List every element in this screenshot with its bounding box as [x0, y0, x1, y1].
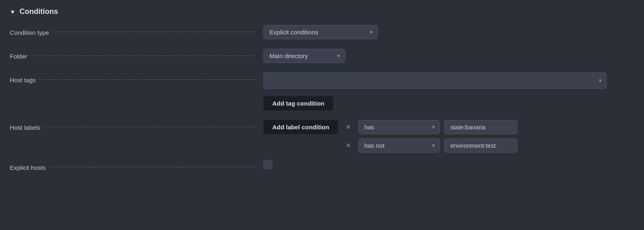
label-value-2: environment:test [444, 138, 518, 153]
condition-type-control: Explicit conditions All hosts Host tags … [263, 25, 634, 39]
collapse-icon[interactable]: ▼ [10, 9, 16, 15]
remove-condition-2-button[interactable]: ✕ [342, 140, 354, 151]
explicit-hosts-control [263, 160, 634, 169]
host-labels-row: Host labels Add label condition ✕ has ha… [10, 120, 634, 153]
label-conditions-list: ✕ has has not ▼ state:bavaria ✕ [342, 120, 518, 153]
condition-type-row: Condition type Explicit conditions All h… [10, 25, 634, 41]
conditions-panel: ▼ Conditions Condition type Explicit con… [0, 0, 644, 196]
host-labels-control: Add label condition ✕ has has not ▼ stat… [263, 120, 634, 153]
folder-control: Main directory subfolder1 subfolder2 ▼ [263, 49, 634, 63]
folder-row: Folder Main directory subfolder1 subfold… [10, 49, 634, 65]
host-tags-select-wrapper: ▼ [263, 72, 607, 89]
operator-1-select[interactable]: has has not [358, 120, 440, 134]
condition-type-select[interactable]: Explicit conditions All hosts Host tags [263, 25, 378, 39]
host-tags-select[interactable] [263, 72, 607, 89]
operator-1-select-wrapper: has has not ▼ [358, 120, 440, 134]
condition-type-select-wrapper: Explicit conditions All hosts Host tags … [263, 25, 378, 39]
panel-header: ▼ Conditions [10, 7, 634, 16]
add-label-condition-button[interactable]: Add label condition [263, 120, 338, 134]
host-tags-control: ▼ [263, 72, 634, 89]
condition-type-label: Condition type [10, 25, 263, 36]
panel-title: Conditions [20, 7, 58, 16]
remove-condition-1-button[interactable]: ✕ [342, 122, 354, 133]
explicit-hosts-label: Explicit hosts [10, 160, 263, 171]
host-tags-label: Host tags [10, 72, 263, 83]
add-tag-condition-button[interactable]: Add tag condition [263, 96, 333, 110]
label-condition-row-1: ✕ has has not ▼ state:bavaria [342, 120, 518, 134]
explicit-hosts-row: Explicit hosts [10, 160, 634, 176]
add-tag-condition-row: Add tag condition [10, 96, 634, 113]
folder-label: Folder [10, 49, 263, 60]
label-condition-row-2: ✕ has has not ▼ environment:test [342, 138, 518, 153]
folder-select-wrapper: Main directory subfolder1 subfolder2 ▼ [263, 49, 345, 63]
explicit-hosts-checkbox[interactable] [263, 160, 272, 169]
host-labels-label: Host labels [10, 120, 263, 131]
host-tags-row: Host tags ▼ [10, 72, 634, 89]
operator-2-select[interactable]: has has not [358, 138, 440, 153]
label-value-1: state:bavaria [444, 120, 518, 134]
folder-select[interactable]: Main directory subfolder1 subfolder2 [263, 49, 345, 63]
operator-2-select-wrapper: has has not ▼ [358, 138, 440, 153]
